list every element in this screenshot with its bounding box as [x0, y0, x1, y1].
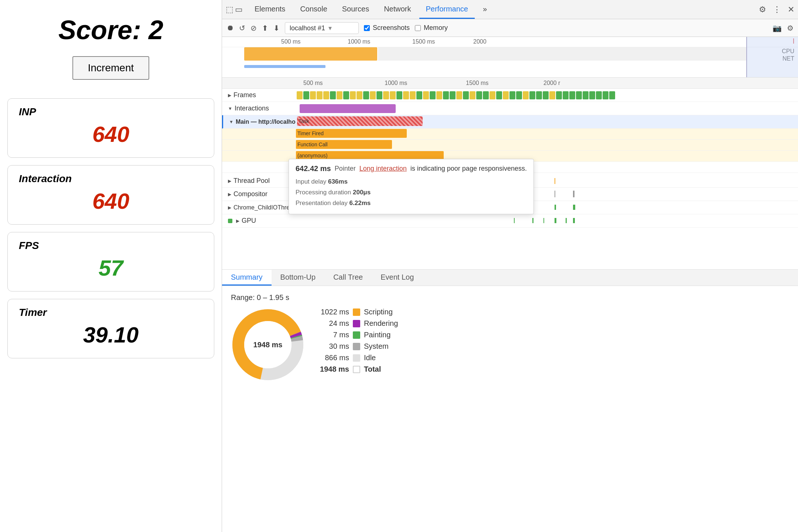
- frame-block: [589, 91, 595, 99]
- tab-sources[interactable]: Sources: [335, 0, 376, 19]
- summary-range: Range: 0 – 1.95 s: [231, 293, 789, 302]
- tick-500: 500 ms: [281, 38, 300, 45]
- detail-tick-1000: 1000 ms: [385, 80, 407, 86]
- frames-triangle[interactable]: ▶: [228, 93, 231, 98]
- menu-icon[interactable]: ⋮: [773, 5, 781, 14]
- frame-block: [396, 91, 402, 99]
- frame-block: [350, 91, 356, 99]
- tooltip-link[interactable]: Long interaction: [359, 165, 407, 173]
- tab-performance[interactable]: Performance: [419, 0, 475, 19]
- cpu-bar-container: [244, 47, 746, 61]
- frame-block: [470, 91, 475, 99]
- metric-label: FPS: [19, 240, 203, 252]
- summary-legend: 1022 ms Scripting 24 ms Rendering 7 ms P…: [320, 308, 398, 374]
- upload-icon[interactable]: ⬆: [262, 24, 268, 33]
- tab-elements[interactable]: Elements: [248, 0, 292, 19]
- metric-label: Interaction: [19, 173, 203, 185]
- increment-button[interactable]: Increment: [72, 56, 150, 80]
- frame-block: [330, 91, 336, 99]
- memory-checkbox[interactable]: [415, 25, 421, 31]
- compositor-triangle[interactable]: ▶: [228, 192, 231, 197]
- tab-bottom-up[interactable]: Bottom-Up: [272, 270, 325, 286]
- close-icon[interactable]: ✕: [788, 5, 794, 14]
- net-bar: [244, 65, 325, 68]
- score-title: Score: 2: [58, 15, 163, 45]
- legend-ms: 7 ms: [320, 331, 349, 339]
- interaction-bar-1[interactable]: [300, 104, 396, 113]
- task-bar-task: Task: [297, 116, 423, 126]
- interactions-track: ▼ Interactions: [222, 102, 798, 115]
- legend-color: [353, 308, 360, 316]
- frame-block: [463, 91, 469, 99]
- devtools-tabbar: ⬚ ▭ Elements Console Sources Network Per…: [222, 0, 798, 19]
- summary-panel: Range: 0 – 1.95 s: [222, 286, 798, 532]
- function-call-row: Function Call: [222, 140, 798, 151]
- inspect-icon[interactable]: ⬚: [226, 5, 233, 14]
- frame-block: [423, 91, 429, 99]
- memory-checkbox-group[interactable]: Memory: [415, 24, 448, 32]
- timer-fired-row: Timer Fired: [222, 129, 798, 140]
- reload-icon[interactable]: ↺: [239, 24, 245, 33]
- capture-icon[interactable]: 📷: [773, 24, 782, 33]
- donut-center-label: 1948 ms: [253, 341, 283, 349]
- tooltip-details: Input delay 636ms Processing duration 20…: [296, 177, 527, 209]
- legend-name: Scripting: [364, 308, 393, 316]
- download-icon[interactable]: ⬇: [273, 24, 280, 33]
- gpu-bar-5: [566, 218, 567, 223]
- metric-card-inp: INP 640: [7, 98, 214, 158]
- input-delay-value: 636ms: [328, 178, 348, 185]
- tab-call-tree[interactable]: Call Tree: [324, 270, 372, 286]
- presentation-delay-label: Presentation delay: [296, 200, 348, 207]
- cpu-bar-main: [244, 47, 377, 61]
- legend-color: [353, 354, 360, 362]
- detail-tick-1500: 1500 ms: [466, 80, 488, 86]
- tab-network[interactable]: Network: [377, 0, 417, 19]
- frame-block: [383, 91, 389, 99]
- tab-more[interactable]: »: [476, 0, 494, 19]
- record-icon[interactable]: ⏺: [226, 24, 234, 32]
- frame-block: [376, 91, 382, 99]
- main-triangle[interactable]: ▼: [229, 119, 233, 125]
- net-bar-container: [244, 63, 746, 70]
- tooltip-type: Pointer: [335, 165, 356, 173]
- frame-block: [416, 91, 422, 99]
- cpu-bar-rest: [378, 47, 746, 61]
- metric-value: 640: [19, 122, 203, 147]
- interaction-tooltip: 642.42 ms Pointer Long interaction is in…: [289, 159, 534, 214]
- tick-2000: 2000: [473, 38, 487, 45]
- legend-ms: 866 ms: [320, 354, 349, 362]
- metric-label: Timer: [19, 307, 203, 318]
- chrome-io-triangle[interactable]: ▶: [228, 205, 231, 210]
- frame-block: [403, 91, 409, 99]
- frame-block: [576, 91, 582, 99]
- gpu-triangle[interactable]: ▶: [236, 218, 239, 224]
- frame-block: [563, 91, 569, 99]
- metric-value: 39.10: [19, 322, 203, 348]
- tab-event-log[interactable]: Event Log: [372, 270, 423, 286]
- legend-row-scripting: 1022 ms Scripting: [320, 308, 398, 316]
- screenshots-label: Screenshots: [373, 24, 410, 32]
- perf-settings-icon[interactable]: ⚙: [787, 24, 794, 33]
- main-section-header: ▼ Main — http://localho Task: [222, 115, 798, 129]
- thread-pool-triangle[interactable]: ▶: [228, 178, 231, 184]
- frame-block: [370, 91, 376, 99]
- timeline-overview[interactable]: 500 ms 1000 ms 1500 ms 2000 | CPU NET: [222, 37, 798, 78]
- frame-block: [297, 91, 303, 99]
- tab-console[interactable]: Console: [293, 0, 334, 19]
- device-icon[interactable]: ▭: [235, 5, 243, 14]
- tooltip-header: 642.42 ms Pointer Long interaction is in…: [296, 164, 527, 173]
- gpu-label: ▶ GPU: [222, 217, 296, 225]
- frame-block: [443, 91, 449, 99]
- url-selector[interactable]: localhost #1 ▾: [285, 22, 359, 34]
- overview-selection[interactable]: [746, 37, 798, 77]
- frames-label: ▶ Frames: [222, 91, 296, 99]
- timeline-detail[interactable]: 500 ms 1000 ms 1500 ms 2000 r ▶ Frames ▼…: [222, 78, 798, 270]
- screenshots-checkbox[interactable]: [364, 25, 370, 31]
- screenshots-checkbox-group[interactable]: Screenshots: [364, 24, 410, 32]
- chrome-io-label: ▶ Chrome_ChildIOThread: [222, 204, 296, 211]
- interactions-triangle[interactable]: ▼: [228, 106, 232, 111]
- legend-row-painting: 7 ms Painting: [320, 331, 398, 339]
- clear-icon[interactable]: ⊘: [250, 24, 257, 33]
- settings-icon[interactable]: ⚙: [759, 5, 766, 14]
- tab-summary[interactable]: Summary: [222, 270, 272, 286]
